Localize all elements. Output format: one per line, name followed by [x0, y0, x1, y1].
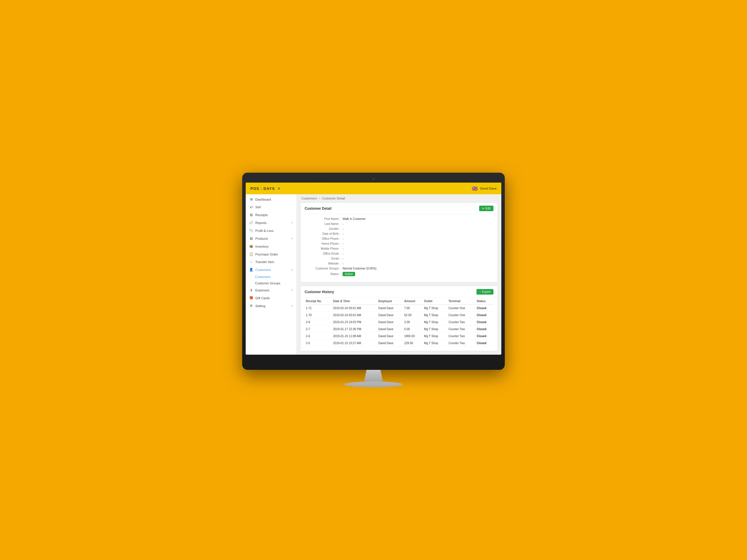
sidebar-item-receipts[interactable]: ▤ Receipts	[246, 211, 297, 219]
form-row: Mobile Phone : -	[305, 247, 493, 250]
table-row[interactable]: 1-70 2019-02-24 00:01 AM David Dave 62.0…	[305, 312, 493, 319]
customer-detail-card: Customer Detail ✏ Edit First Name : Walk…	[300, 203, 498, 282]
cell-datetime: 2019-01-17 22:36 PM	[332, 326, 377, 333]
form-label: Office Email :	[305, 252, 342, 255]
form-body: First Name : Walk In Customer Last Name …	[301, 214, 497, 282]
cell-amount: 7.00	[403, 305, 423, 312]
sidebar-item-expenses[interactable]: $ Expenses ▾	[246, 287, 297, 294]
form-row: Office Email : -	[305, 252, 493, 255]
export-icon: ↑	[480, 290, 481, 293]
sidebar-subitem-customer-groups[interactable]: Customer Groups	[255, 280, 297, 287]
form-value: -	[342, 222, 343, 225]
sidebar: ⊞ Dashboard 🏷 Sell ▤ Receipts 📈 Reports	[246, 194, 297, 355]
form-label: Last Name :	[305, 222, 342, 225]
cell-status: Closed	[475, 312, 493, 319]
cell-datetime: 2019-02-24 00:01 AM	[332, 312, 377, 319]
inventory-icon: 📦	[249, 244, 253, 248]
form-value: -	[342, 262, 343, 265]
reports-icon: 📈	[249, 221, 253, 224]
export-button[interactable]: ↑ Export	[476, 289, 493, 295]
form-label: Mobile Phone :	[305, 247, 342, 250]
table-row[interactable]: 2-7 2019-01-17 22:36 PM David Dave 5.00 …	[305, 326, 493, 333]
history-card-title: Customer History	[305, 290, 334, 294]
sidebar-sub-label: Customer Groups	[255, 282, 293, 285]
col-status: Status	[475, 298, 493, 305]
sidebar-item-transfer-item[interactable]: ↔ Transfer Item	[246, 258, 297, 266]
edit-icon: ✏	[482, 207, 484, 210]
col-employee: Employee	[377, 298, 403, 305]
topbar-right: 🇬🇧 David Dave	[472, 186, 497, 191]
monitor-stand	[344, 370, 403, 387]
form-label: Customer Groups :	[305, 267, 342, 270]
cell-status: Closed	[475, 305, 493, 312]
cell-datetime: 2019-02-24 00:01 AM	[332, 305, 377, 312]
sidebar-subitem-customers[interactable]: Customers	[255, 273, 297, 280]
flag-icon: 🇬🇧	[472, 186, 478, 191]
receipts-icon: ▤	[249, 213, 253, 217]
cell-employee: David Dave	[377, 333, 403, 340]
sidebar-item-inventory[interactable]: 📦 Inventory	[246, 242, 297, 250]
table-row[interactable]: 2-6 2019-01-15 11:08 AM David Dave 1800.…	[305, 333, 493, 340]
sidebar-item-sell[interactable]: 🏷 Sell	[246, 203, 297, 211]
table-row[interactable]: 2-5 2019-01-15 10:27 AM David Dave 228.6…	[305, 340, 493, 347]
form-label: Home Phone :	[305, 242, 342, 245]
dashboard-icon: ⊞	[249, 197, 253, 201]
sidebar-item-products[interactable]: ▤ Products ▾	[246, 235, 297, 242]
cell-terminal: Counter One	[447, 305, 475, 312]
cell-status: Closed	[475, 326, 493, 333]
cell-amount: 2.00	[403, 319, 423, 326]
stand-base	[344, 381, 403, 387]
form-value: -	[342, 252, 343, 255]
form-row: Last Name : -	[305, 222, 493, 225]
hamburger-icon[interactable]: ≡	[278, 186, 280, 191]
cell-status: Closed	[475, 333, 493, 340]
breadcrumb-parent[interactable]: Customers	[302, 196, 317, 200]
sidebar-item-purchase-order[interactable]: 📋 Purchase Order	[246, 250, 297, 258]
sidebar-item-setting[interactable]: ⚙ Setting ▾	[246, 302, 297, 310]
form-label: Gender :	[305, 227, 342, 231]
sidebar-label: Products	[255, 237, 289, 240]
sidebar-label: Setting	[255, 304, 289, 308]
breadcrumb-arrow: →	[318, 196, 321, 200]
cell-outlet: Mg T Shop	[423, 312, 447, 319]
table-row[interactable]: 2-8 2019-01-23 19:03 PM David Dave 2.00 …	[305, 319, 493, 326]
sidebar-item-profit-loss[interactable]: 📉 Profit & Loss	[246, 226, 297, 235]
customers-icon: 👤	[249, 268, 253, 271]
form-label: Email :	[305, 257, 342, 260]
form-value: -	[342, 237, 343, 240]
sidebar-item-customers[interactable]: 👤 Customers ▾	[246, 266, 297, 273]
cell-outlet: Mg T Shop	[423, 333, 447, 340]
col-datetime: Date & Time	[332, 298, 377, 305]
sidebar-label: Transfer Item	[255, 260, 293, 264]
form-value: -	[342, 242, 343, 245]
cell-employee: David Dave	[377, 312, 403, 319]
expenses-icon: $	[249, 289, 253, 292]
table-body: 1-71 2019-02-24 00:01 AM David Dave 7.00…	[305, 305, 493, 347]
history-table: Receipt No. Date & Time Employee Amount …	[305, 298, 493, 347]
sidebar-label: Dashboard	[255, 198, 293, 201]
monitor-body: POS : DAYS ≡ 🇬🇧 David Dave ⊞ Dashboard	[242, 173, 505, 370]
chevron-down-icon: ▾	[291, 289, 293, 292]
form-value: -	[342, 227, 343, 231]
sidebar-label: Sell	[255, 205, 293, 209]
cell-status: Closed	[475, 319, 493, 326]
cell-terminal: Counter Two	[447, 326, 475, 333]
card-title: Customer Detail	[305, 207, 332, 211]
cell-terminal: Counter One	[447, 312, 475, 319]
cell-amount: 62.00	[403, 312, 423, 319]
sidebar-item-dashboard[interactable]: ⊞ Dashboard	[246, 195, 297, 203]
sidebar-item-reports[interactable]: 📈 Reports ▾	[246, 219, 297, 226]
setting-icon: ⚙	[249, 304, 253, 308]
form-value: -	[342, 247, 343, 250]
cell-employee: David Dave	[377, 326, 403, 333]
purchase-order-icon: 📋	[249, 252, 253, 256]
monitor-wrapper: POS : DAYS ≡ 🇬🇧 David Dave ⊞ Dashboard	[242, 173, 505, 387]
cell-status: Closed	[475, 340, 493, 347]
table-row[interactable]: 1-71 2019-02-24 00:01 AM David Dave 7.00…	[305, 305, 493, 312]
sidebar-label: Profit & Loss	[255, 229, 293, 233]
cell-outlet: Mg T Shop	[423, 305, 447, 312]
edit-button[interactable]: ✏ Edit	[479, 206, 493, 211]
chevron-down-icon: ▾	[291, 221, 293, 224]
breadcrumb-current: Customer Detail	[322, 196, 345, 200]
sidebar-item-gift-cards[interactable]: 🎁 Gift Cards	[246, 294, 297, 302]
